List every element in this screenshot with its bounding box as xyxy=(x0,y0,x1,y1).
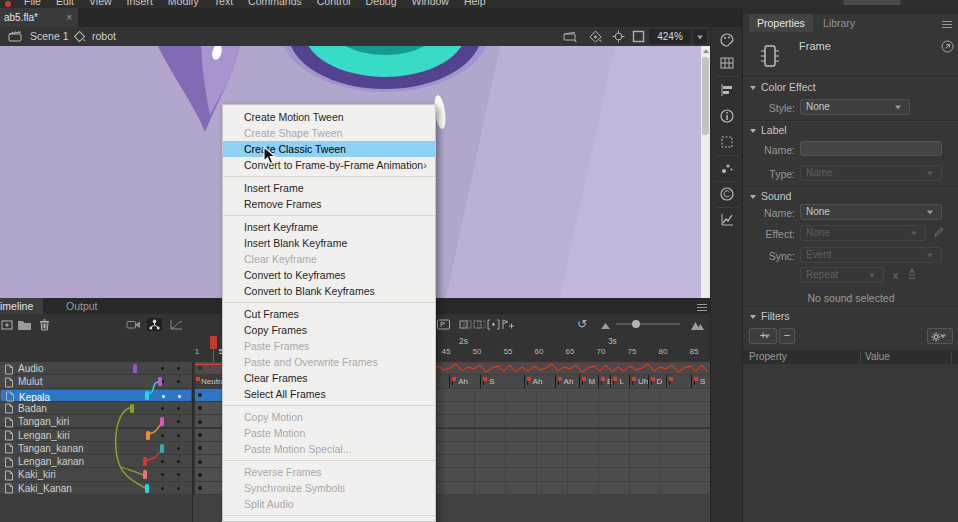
frame-sliver[interactable] xyxy=(195,455,222,468)
brushes-panel-icon[interactable] xyxy=(719,160,735,176)
center-frame-icon[interactable] xyxy=(611,30,626,43)
tab-output[interactable]: Output xyxy=(56,298,108,314)
zoom-out-frames-icon[interactable] xyxy=(598,318,613,331)
parenting-chip[interactable] xyxy=(160,417,164,426)
add-filter-button[interactable]: + xyxy=(749,328,777,344)
tab-timeline[interactable]: Timeline xyxy=(0,298,43,314)
section-label[interactable]: Label xyxy=(761,124,787,136)
menu-insert[interactable]: Insert xyxy=(127,0,153,8)
new-folder-icon[interactable] xyxy=(17,318,32,331)
menu-item-convert-to-keyframes[interactable]: Convert to Keyframes xyxy=(223,267,435,283)
menu-item-insert-frame[interactable]: Insert Frame xyxy=(223,180,435,196)
loop-playback-icon[interactable]: ↺ xyxy=(577,317,587,331)
frame-sliver[interactable]: Neutral xyxy=(195,375,222,388)
camera-icon[interactable] xyxy=(126,318,141,331)
menu-item-copy-motion[interactable]: Copy Motion xyxy=(223,409,435,425)
edit-multiple-frames-icon[interactable] xyxy=(486,318,501,331)
parenting-chip[interactable] xyxy=(143,470,147,479)
edit-symbols-icon[interactable] xyxy=(588,30,603,43)
insert-marker-icon[interactable] xyxy=(436,318,451,331)
menu-item-clear-frames[interactable]: Clear Frames xyxy=(223,370,435,386)
menu-window[interactable]: Window xyxy=(412,0,449,8)
circle-arrow-icon[interactable] xyxy=(941,40,954,53)
menu-item-convert-to-frame-by-frame-animation[interactable]: Convert to Frame-by-Frame Animation› xyxy=(223,157,435,173)
menu-item-split-audio[interactable]: Split Audio xyxy=(223,496,435,512)
parenting-chip[interactable] xyxy=(158,377,162,386)
menu-item-select-all-frames[interactable]: Select All Frames xyxy=(223,386,435,402)
menu-item-paste-and-overwrite-frames[interactable]: Paste and Overwrite Frames xyxy=(223,354,435,370)
menu-item-reverse-frames[interactable]: Reverse Frames xyxy=(223,464,435,480)
edit-scene-icon[interactable] xyxy=(563,30,578,43)
modify-markers-icon[interactable] xyxy=(500,318,515,331)
parenting-chip[interactable] xyxy=(143,457,147,466)
close-tab-icon[interactable]: × xyxy=(66,8,72,27)
menu-file[interactable]: File xyxy=(24,0,41,8)
menu-item-create-classic-tween[interactable]: Create Classic Tween xyxy=(223,141,435,157)
zoom-in-frames-icon[interactable] xyxy=(690,318,705,331)
breadcrumb-scene[interactable]: Scene 1 xyxy=(30,30,69,42)
frame-sliver[interactable] xyxy=(195,362,222,375)
parenting-chip[interactable] xyxy=(160,444,164,453)
menu-text[interactable]: Text xyxy=(214,0,233,8)
onion-outlines-icon[interactable] xyxy=(472,318,487,331)
zoom-slider-knob[interactable] xyxy=(632,320,640,328)
frame-sliver[interactable] xyxy=(195,402,222,415)
frame-sliver[interactable] xyxy=(195,442,222,455)
menu-item-remove-frames[interactable]: Remove Frames xyxy=(223,196,435,212)
color-panel-icon[interactable] xyxy=(719,32,735,48)
frame-sliver[interactable] xyxy=(195,468,222,481)
viseme-keyframe[interactable]: S xyxy=(480,375,510,387)
parenting-view-icon[interactable] xyxy=(147,318,162,331)
frame-sliver[interactable] xyxy=(195,415,222,428)
document-tab[interactable]: ab5.fla* × xyxy=(0,8,78,27)
menu-debug[interactable]: Debug xyxy=(366,0,397,8)
menu-item-create-shape-tween[interactable]: Create Shape Tween xyxy=(223,125,435,141)
panel-menu-icon[interactable] xyxy=(942,19,952,27)
swatches-panel-icon[interactable] xyxy=(719,55,735,71)
section-filters[interactable]: Filters xyxy=(761,310,790,322)
transform-panel-icon[interactable] xyxy=(719,134,735,150)
scroll-up-icon[interactable] xyxy=(703,49,709,53)
style-select[interactable]: None xyxy=(800,99,910,115)
menu-view[interactable]: View xyxy=(89,0,112,8)
parenting-chip[interactable] xyxy=(145,391,149,400)
menu-commands[interactable]: Commands xyxy=(248,0,302,8)
clip-content-icon[interactable] xyxy=(631,30,646,43)
menu-edit[interactable]: Edit xyxy=(56,0,74,8)
menu-item-synchronize-symbols[interactable]: Synchronize Symbols xyxy=(223,480,435,496)
menu-item-cut-frames[interactable]: Cut Frames xyxy=(223,306,435,322)
delete-layer-icon[interactable] xyxy=(37,318,52,331)
remove-filter-button[interactable]: − xyxy=(779,328,795,344)
zoom-level-value[interactable]: 424% xyxy=(649,29,691,44)
section-color-effect[interactable]: Color Effect xyxy=(761,81,816,93)
menu-item-paste-motion-special[interactable]: Paste Motion Special... xyxy=(223,441,435,457)
graph-editor-icon[interactable] xyxy=(169,318,184,331)
section-sound[interactable]: Sound xyxy=(761,190,791,202)
new-layer-icon[interactable] xyxy=(0,318,15,331)
history-panel-icon[interactable] xyxy=(719,212,735,228)
label-name-input[interactable] xyxy=(800,141,942,156)
parenting-chip[interactable] xyxy=(146,431,150,440)
menu-help[interactable]: Help xyxy=(464,0,486,8)
info-panel-icon[interactable] xyxy=(719,108,735,124)
parenting-chip[interactable] xyxy=(145,484,149,493)
menu-modify[interactable]: Modify xyxy=(168,0,199,8)
stage-vertical-scrollbar[interactable] xyxy=(701,46,710,298)
menu-item-insert-keyframe[interactable]: Insert Keyframe xyxy=(223,219,435,235)
timeline-zoom-slider[interactable] xyxy=(616,323,680,325)
frame-sliver[interactable] xyxy=(195,482,222,495)
tab-properties[interactable]: Properties xyxy=(749,14,813,32)
zoom-dropdown-button[interactable] xyxy=(693,29,707,44)
menu-item-copy-frames[interactable]: Copy Frames xyxy=(223,322,435,338)
menu-item-convert-to-blank-keyframes[interactable]: Convert to Blank Keyframes xyxy=(223,283,435,299)
menu-item-paste-frames[interactable]: Paste Frames xyxy=(223,338,435,354)
breadcrumb-symbol[interactable]: robot xyxy=(92,30,116,42)
frame-sliver[interactable] xyxy=(195,389,222,402)
scrollbar-thumb[interactable] xyxy=(702,57,709,135)
timeline-menu-icon[interactable] xyxy=(697,302,707,310)
viseme-keyframe[interactable]: S xyxy=(691,375,710,387)
workspace-switcher[interactable] xyxy=(843,0,901,5)
menu-item-insert-blank-keyframe[interactable]: Insert Blank Keyframe xyxy=(223,235,435,251)
menu-item-clear-keyframe[interactable]: Clear Keyframe xyxy=(223,251,435,267)
menu-item-create-motion-tween[interactable]: Create Motion Tween xyxy=(223,109,435,125)
